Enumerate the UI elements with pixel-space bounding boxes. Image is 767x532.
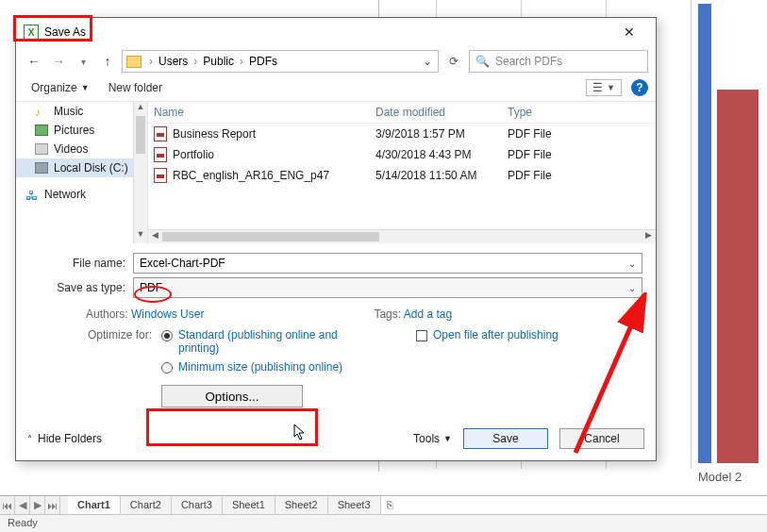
chevron-down-icon[interactable]: ⌄ (628, 283, 636, 293)
recent-dropdown-icon[interactable]: ▾ (73, 51, 93, 72)
tags-value[interactable]: Add a tag (404, 308, 452, 321)
search-input[interactable]: 🔍 Search PDFs (469, 50, 648, 73)
address-dropdown-icon[interactable]: ⌄ (419, 55, 436, 68)
address-breadcrumbs[interactable]: › Users › Public › PDFs ⌄ (122, 50, 439, 73)
crumb-pdfs[interactable]: PDFs (249, 55, 277, 68)
nav-item-local-disk[interactable]: Local Disk (C:) (16, 158, 147, 177)
scroll-up-icon[interactable]: ▲ (134, 102, 147, 116)
tab-sheet3[interactable]: Sheet3 (328, 496, 381, 514)
refresh-button[interactable]: ⟳ (442, 55, 465, 68)
tab-chart1[interactable]: Chart1 (68, 496, 121, 514)
chart-bar-2 (717, 90, 759, 463)
authors-value[interactable]: Windows User (131, 308, 204, 321)
address-bar-row: ← → ▾ ↑ › Users › Public › PDFs ⌄ ⟳ 🔍 Se… (16, 46, 656, 76)
crumb-users[interactable]: Users (158, 55, 188, 68)
toolbar: Organize ▼ New folder ☰ ▼ ? (16, 76, 656, 102)
filename-input[interactable]: Excel-Chart-PDF ⌄ (133, 253, 642, 274)
list-item[interactable]: Business Report 3/9/2018 1:57 PM PDF Fil… (148, 124, 656, 144)
status-text: Ready (8, 517, 38, 528)
titlebar: X Save As ✕ (16, 18, 656, 46)
tab-chart3[interactable]: Chart3 (172, 496, 223, 514)
tab-chart2[interactable]: Chart2 (121, 496, 172, 514)
radio-icon (161, 362, 173, 374)
nav-item-music[interactable]: ♪ Music (16, 102, 147, 121)
tab-sheet2[interactable]: Sheet2 (275, 496, 328, 514)
music-icon: ♪ (35, 106, 48, 117)
authors-label: Authors: (86, 308, 128, 321)
open-after-publish-checkbox[interactable]: Open file after publishing (416, 328, 642, 341)
chevron-down-icon[interactable]: ⌄ (628, 258, 636, 269)
pictures-icon (35, 125, 48, 136)
close-button[interactable]: ✕ (610, 25, 648, 40)
saveastype-label: Save as type: (29, 281, 133, 294)
worksheet-tabs: ⏮ ◀ ▶ ⏭ Chart1 Chart2 Chart3 Sheet1 Shee… (0, 495, 767, 514)
videos-icon (35, 143, 48, 155)
help-button[interactable]: ? (631, 79, 648, 96)
scroll-thumb[interactable] (136, 116, 145, 154)
search-icon: 🔍 (475, 55, 490, 68)
nav-item-pictures[interactable]: Pictures (16, 121, 147, 140)
list-item[interactable]: RBC_english_AR16_ENG_p47 5/14/2018 11:50… (148, 165, 656, 186)
nav-item-network[interactable]: 🖧 Network (16, 185, 147, 204)
crumb-sep-icon: › (145, 55, 157, 68)
crumb-sep-icon: › (190, 55, 201, 68)
pdf-icon (154, 126, 167, 141)
scroll-down-icon[interactable]: ▼ (134, 229, 147, 243)
folder-icon (126, 56, 142, 68)
network-icon: 🖧 (25, 189, 39, 200)
tab-last-icon[interactable]: ⏭ (45, 496, 60, 514)
excel-app-icon: X (24, 25, 39, 40)
scroll-left-icon[interactable]: ◀ (148, 230, 162, 243)
tools-button[interactable]: Tools ▼ (413, 432, 452, 445)
tags-label: Tags: (374, 308, 401, 321)
chevron-down-icon: ▼ (607, 83, 615, 92)
list-header: Name Date modified Type (148, 102, 656, 124)
checkbox-icon (416, 330, 427, 341)
saveastype-select[interactable]: PDF ⌄ (133, 277, 642, 298)
hide-folders-button[interactable]: ˄ Hide Folders (27, 432, 102, 445)
pdf-icon (154, 147, 167, 162)
optimize-label: Optimize for: (29, 328, 161, 407)
view-icon: ☰ (592, 81, 603, 94)
tab-first-icon[interactable]: ⏮ (0, 496, 15, 514)
col-name[interactable]: Name (154, 106, 375, 119)
crumb-public[interactable]: Public (203, 55, 234, 68)
forward-button[interactable]: → (48, 51, 69, 72)
col-date[interactable]: Date modified (375, 106, 508, 119)
scroll-right-icon[interactable]: ▶ (642, 230, 656, 243)
pdf-icon (154, 168, 167, 183)
add-sheet-icon[interactable]: ⎘ (381, 496, 399, 514)
up-button[interactable]: ↑ (97, 51, 118, 72)
optimize-standard-radio[interactable]: Standard (publishing online and printing… (161, 328, 359, 355)
chevron-down-icon: ▼ (81, 83, 90, 92)
save-button[interactable]: Save (463, 428, 548, 449)
status-bar: Ready (0, 514, 767, 532)
chevron-up-icon: ˄ (27, 434, 32, 444)
disk-icon (35, 162, 48, 174)
tab-sheet1[interactable]: Sheet1 (223, 496, 275, 514)
organize-button[interactable]: Organize ▼ (24, 78, 97, 97)
cancel-button[interactable]: Cancel (559, 428, 644, 449)
save-as-dialog: X Save As ✕ ← → ▾ ↑ › Users › Public › P… (15, 17, 657, 461)
file-list: Name Date modified Type Business Report … (148, 102, 656, 243)
tab-next-icon[interactable]: ▶ (30, 496, 45, 514)
list-item[interactable]: Portfolio 4/30/2018 4:43 PM PDF File (148, 144, 656, 165)
chart-bar-1 (698, 4, 711, 463)
optimize-minsize-radio[interactable]: Minimum size (publishing online) (161, 360, 359, 374)
col-type[interactable]: Type (508, 106, 583, 119)
options-button[interactable]: Options... (161, 385, 303, 407)
chevron-down-icon: ▼ (443, 434, 452, 443)
nav-item-videos[interactable]: Videos (16, 140, 147, 158)
navigation-pane: ♪ Music Pictures Videos Local Disk (C:) … (16, 102, 148, 243)
scroll-thumb[interactable] (162, 232, 379, 241)
back-button[interactable]: ← (24, 51, 44, 72)
search-placeholder: Search PDFs (495, 55, 562, 68)
chart-axis-label: Model 2 (698, 470, 742, 484)
navpane-scrollbar[interactable]: ▲ ▼ (133, 102, 147, 243)
view-options-button[interactable]: ☰ ▼ (586, 79, 622, 96)
filename-label: File name: (29, 257, 133, 270)
radio-icon (161, 330, 173, 341)
new-folder-button[interactable]: New folder (97, 78, 174, 97)
list-hscrollbar[interactable]: ◀ ▶ (148, 229, 656, 243)
tab-prev-icon[interactable]: ◀ (15, 496, 30, 514)
